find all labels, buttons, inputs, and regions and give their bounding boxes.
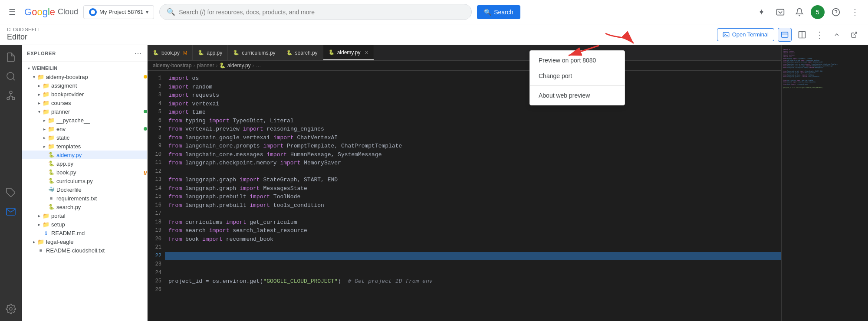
tab-search-py[interactable]: 🐍 search.py bbox=[281, 45, 323, 60]
activity-files[interactable] bbox=[2, 49, 20, 66]
line-num-22: 22 bbox=[153, 252, 161, 261]
tree-item-curriculums-py[interactable]: 🐍 curriculums.py bbox=[22, 177, 147, 185]
web-preview-button[interactable] bbox=[778, 28, 792, 42]
tab-aidemy-py[interactable]: 🐍 aidemy.py × bbox=[323, 45, 374, 60]
search-input[interactable] bbox=[179, 9, 464, 16]
collapse-button[interactable] bbox=[830, 28, 844, 42]
svg-point-10 bbox=[7, 72, 14, 79]
breadcrumb-sep-1: › bbox=[193, 62, 195, 69]
open-new-window-button[interactable] bbox=[847, 28, 861, 42]
project-icon-inner bbox=[91, 10, 95, 14]
svg-point-16 bbox=[10, 308, 12, 310]
tab-label-curriculums-py: curriculums.py bbox=[242, 50, 275, 56]
tree-item-dockerfile[interactable]: 🐳 Dockerfile bbox=[22, 185, 147, 194]
explorer-more-icon[interactable]: ⋯ bbox=[134, 49, 142, 58]
project-icon bbox=[89, 8, 97, 16]
user-avatar[interactable]: 5 bbox=[811, 5, 825, 19]
line-numbers: 1 2 3 4 5 6 7 8 9 10 11 12 13 14 15 16 1 bbox=[148, 71, 165, 321]
chevron-portal bbox=[36, 212, 43, 219]
cloud-shell-label: CLOUD SHELL bbox=[7, 27, 40, 33]
tree-item-legal-eagle[interactable]: 📁 legal-eagle bbox=[22, 237, 147, 246]
tree-item-readme-cloudshell[interactable]: ≡ README-cloudshell.txt bbox=[22, 246, 147, 255]
folder-icon-assigment: 📁 bbox=[43, 82, 49, 89]
folder-icon-portal: 📁 bbox=[43, 212, 49, 219]
svg-point-13 bbox=[7, 97, 10, 100]
tree-item-aidemy-py[interactable]: 🐍 aidemy.py bbox=[22, 151, 147, 159]
tree-item-static[interactable]: 📁 static bbox=[22, 133, 147, 142]
tree-item-aidemy[interactable]: 📁 aidemy-boostrap bbox=[22, 72, 147, 81]
tab-close-aidemy-py[interactable]: × bbox=[365, 49, 368, 56]
file-tree: WEIMEILIN 📁 aidemy-boostrap 📁 assigment bbox=[22, 62, 147, 256]
logo-o-yellow: o bbox=[37, 7, 42, 17]
weimeilin-label: WEIMEILIN bbox=[32, 66, 147, 71]
dropdown-item-change-port[interactable]: Change port bbox=[530, 68, 625, 84]
help-button[interactable] bbox=[828, 4, 844, 20]
cloud-shell-button[interactable] bbox=[773, 4, 788, 20]
tree-item-assigment[interactable]: 📁 assigment bbox=[22, 81, 147, 90]
google-cloud-logo[interactable]: Google Cloud bbox=[24, 7, 78, 18]
file-icon-curriculums-py: 🐍 bbox=[48, 177, 55, 184]
folder-icon-planner: 📁 bbox=[43, 108, 49, 115]
tree-item-setup[interactable]: 📁 setup bbox=[22, 220, 147, 229]
tree-item-book-py[interactable]: 🐍 book.py M bbox=[22, 168, 147, 177]
project-selector[interactable]: My Project 58761 ▾ bbox=[83, 5, 154, 19]
cloud-shell-toolbar: CLOUD SHELL Editor Open Terminal bbox=[0, 24, 868, 45]
search-bar[interactable]: 🔍 bbox=[159, 4, 472, 20]
notifications-button[interactable] bbox=[792, 4, 807, 20]
line-num-13: 13 bbox=[153, 176, 161, 184]
minimap: import os import random import requests … bbox=[782, 45, 868, 321]
tab-app-py[interactable]: 🐍 app.py bbox=[193, 45, 228, 60]
tab-badge-book-py: M bbox=[183, 50, 187, 56]
tree-item-courses[interactable]: 📁 courses bbox=[22, 98, 147, 107]
tab-book-py[interactable]: 🐍 book.py M bbox=[148, 45, 193, 60]
code-lines: import os import random import requests … bbox=[165, 71, 781, 321]
chevron-setup bbox=[36, 221, 43, 228]
line-num-25: 25 bbox=[153, 277, 161, 286]
code-line-3: import requests bbox=[165, 91, 781, 100]
more-options-button[interactable]: ⋮ bbox=[847, 4, 863, 20]
code-line-24 bbox=[165, 269, 781, 278]
split-editor-button[interactable] bbox=[795, 28, 809, 42]
preview-label: Preview on port 8080 bbox=[539, 57, 596, 64]
tree-item-app-py[interactable]: 🐍 app.py bbox=[22, 159, 147, 168]
svg-rect-3 bbox=[723, 32, 729, 37]
activity-source-control[interactable] bbox=[2, 87, 20, 104]
activity-search[interactable] bbox=[2, 68, 20, 85]
activity-remote[interactable] bbox=[2, 203, 20, 220]
code-line-17 bbox=[165, 210, 781, 218]
code-line-16: from langgraph.prebuilt import tools_con… bbox=[165, 201, 781, 210]
tree-item-planner[interactable]: 📁 planner bbox=[22, 107, 147, 116]
folder-icon-setup: 📁 bbox=[43, 221, 49, 228]
tree-item-search-py[interactable]: 🐍 search.py bbox=[22, 203, 147, 211]
hamburger-icon[interactable]: ☰ bbox=[5, 4, 19, 20]
activity-gear[interactable] bbox=[2, 300, 20, 318]
tree-item-requirements[interactable]: ≡ requirements.txt bbox=[22, 194, 147, 203]
more-editor-options-button[interactable]: ⋮ bbox=[812, 28, 826, 42]
open-terminal-button[interactable]: Open Terminal bbox=[717, 28, 774, 41]
activity-extensions[interactable] bbox=[2, 184, 20, 201]
tree-item-env[interactable]: 📁 env bbox=[22, 124, 147, 133]
line-num-8: 8 bbox=[153, 134, 161, 142]
search-button[interactable]: 🔍 Search bbox=[477, 5, 520, 19]
code-line-7: from vertexai.preview import reasoning_e… bbox=[165, 125, 781, 134]
tree-item-bookprovider[interactable]: 📁 bookprovider bbox=[22, 90, 147, 98]
gemini-button[interactable]: ✦ bbox=[753, 4, 769, 20]
code-line-9: from langchain_core.prompts import Promp… bbox=[165, 142, 781, 151]
tree-item-readme[interactable]: ℹ README.md bbox=[22, 229, 147, 237]
folder-icon-courses: 📁 bbox=[43, 99, 49, 106]
file-icon-requirements: ≡ bbox=[48, 195, 55, 202]
tree-item-weimeilin[interactable]: WEIMEILIN bbox=[22, 64, 147, 72]
dropdown-item-preview[interactable]: Preview on port 8080 bbox=[530, 52, 625, 68]
dropdown-item-about[interactable]: About web preview bbox=[530, 88, 625, 103]
web-preview-dropdown: Preview on port 8080 Change port About w… bbox=[529, 50, 625, 105]
code-content[interactable]: 1 2 3 4 5 6 7 8 9 10 11 12 13 14 15 16 1 bbox=[148, 71, 781, 321]
code-line-4: import vertexai bbox=[165, 100, 781, 108]
tree-item-templates[interactable]: 📁 templates bbox=[22, 142, 147, 151]
tree-item-pycache[interactable]: 📁 __pycache__ bbox=[22, 116, 147, 124]
templates-label: templates bbox=[56, 143, 147, 150]
file-icon-readme: ℹ bbox=[43, 229, 49, 236]
chevron-env bbox=[41, 125, 48, 132]
tab-curriculums-py[interactable]: 🐍 curriculums.py bbox=[228, 45, 281, 60]
tree-item-portal[interactable]: 📁 portal bbox=[22, 211, 147, 220]
minimap-panel: import os import random import requests … bbox=[781, 45, 868, 321]
